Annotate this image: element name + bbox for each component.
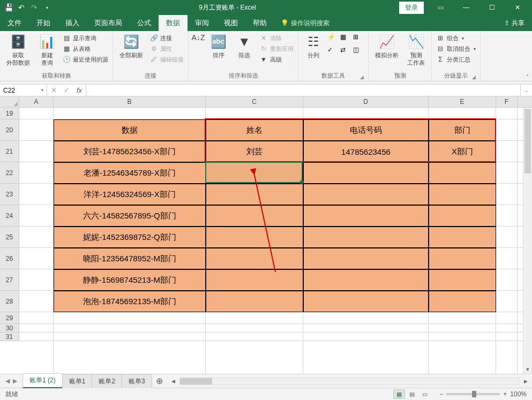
col-header-D[interactable]: D (303, 96, 429, 107)
table-cell[interactable] (206, 227, 303, 248)
table-header[interactable]: 电话号码 (303, 119, 429, 141)
table-cell[interactable] (429, 227, 496, 248)
sheet-tab-2[interactable]: 账单1 (62, 374, 93, 388)
table-cell[interactable] (429, 248, 496, 269)
page-layout-view-icon[interactable]: ▤ (406, 389, 418, 399)
col-header-B[interactable]: B (54, 96, 206, 107)
table-cell[interactable] (206, 184, 303, 205)
tab-help[interactable]: 帮助 (245, 15, 274, 31)
dialog-launcher-icon[interactable]: ◢ (472, 74, 476, 80)
fx-icon[interactable]: fx (73, 86, 86, 94)
table-cell[interactable]: 六六-14582567895-Q部门 (54, 205, 206, 227)
horizontal-scrollbar[interactable]: ◀ ▶ (167, 374, 532, 388)
col-header-F[interactable]: F (496, 96, 518, 107)
remove-dup-icon[interactable]: ▦ (340, 33, 351, 44)
table-cell[interactable] (303, 205, 429, 227)
nav-next-icon[interactable]: ▶ (13, 378, 17, 384)
grid[interactable]: ABCDEF 19202122232425262728293031 数据姓名电话… (0, 96, 532, 374)
tab-insert[interactable]: 插入 (58, 15, 87, 31)
table-cell[interactable] (206, 205, 303, 227)
row-header-29[interactable]: 29 (0, 312, 19, 324)
table-cell[interactable] (429, 162, 496, 184)
table-cell[interactable] (303, 162, 429, 184)
table-header[interactable]: 部门 (429, 119, 496, 141)
table-cell[interactable] (303, 227, 429, 248)
new-query-button[interactable]: 📊 新建 查询 (35, 32, 59, 68)
login-button[interactable]: 登录 (399, 2, 424, 14)
text-to-columns-button[interactable]: ☷ 分列 (302, 32, 325, 60)
maximize-icon[interactable]: ☐ (479, 0, 504, 15)
recent-sources-button[interactable]: 🕒最近使用的源 (61, 55, 109, 64)
sort-button[interactable]: 🔤 排序 (207, 32, 230, 60)
table-cell[interactable] (206, 291, 303, 312)
data-model-icon[interactable]: ◫ (353, 46, 364, 57)
row-header-24[interactable]: 24 (0, 205, 19, 227)
minimize-icon[interactable]: — (454, 0, 478, 15)
refresh-all-button[interactable]: 🔄 全部刷新 (116, 32, 146, 60)
sheet-nav[interactable]: ◀ ▶ (0, 374, 23, 388)
row-header-30[interactable]: 30 (0, 324, 19, 333)
tab-data[interactable]: 数据 (159, 15, 188, 31)
normal-view-icon[interactable]: ▦ (393, 389, 405, 399)
whatif-button[interactable]: 📈 模拟分析 (372, 32, 402, 60)
chevron-down-icon[interactable]: ▼ (40, 88, 44, 93)
cells[interactable]: 数据姓名电话号码部门刘芸-14785623456-X部门刘芸1478562345… (19, 108, 532, 374)
table-cell[interactable] (303, 269, 429, 291)
col-header-C[interactable]: C (206, 96, 303, 107)
tab-layout[interactable]: 页面布局 (87, 15, 130, 31)
scroll-left-icon[interactable]: ◀ (169, 379, 177, 384)
flash-fill-icon[interactable]: ⚡ (327, 33, 338, 44)
vertical-scrollbar[interactable]: ▲ ▼ (523, 108, 532, 374)
col-header-E[interactable]: E (429, 96, 496, 107)
col-header-A[interactable]: A (19, 96, 54, 107)
sheet-tab-1[interactable]: 账单1 (2) (23, 373, 63, 388)
row-header-21[interactable]: 21 (0, 141, 19, 162)
row-header-31[interactable]: 31 (0, 333, 19, 341)
table-cell[interactable] (429, 269, 496, 291)
share-button[interactable]: ⇪ 共享 (497, 15, 532, 31)
cancel-formula-icon[interactable]: ✕ (47, 86, 60, 94)
scroll-thumb[interactable] (524, 109, 531, 173)
scroll-right-icon[interactable]: ▶ (522, 379, 530, 384)
scroll-thumb[interactable] (180, 378, 212, 384)
tab-home[interactable]: 开始 (29, 15, 58, 31)
table-cell[interactable]: 洋洋-12456324569-X部门 (54, 184, 206, 205)
table-cell[interactable]: 老潘-12546345789-X部门 (54, 162, 206, 184)
table-cell[interactable] (429, 291, 496, 312)
forecast-sheet-button[interactable]: 📉 预测 工作表 (404, 32, 428, 68)
row-header-26[interactable]: 26 (0, 248, 19, 269)
table-cell[interactable]: 泡泡-18745692135-M部门 (54, 291, 206, 312)
table-cell[interactable]: 晓阳-12356478952-M部门 (54, 248, 206, 269)
group-button[interactable]: ⊞组合▾ (435, 33, 477, 43)
name-box[interactable]: C22 ▼ (0, 85, 47, 96)
sort-asc-button[interactable]: A↓Z (192, 32, 205, 44)
qat-customize-icon[interactable]: ▾ (43, 3, 51, 12)
row-header-25[interactable]: 25 (0, 227, 19, 248)
table-cell[interactable]: 刘芸-14785623456-X部门 (54, 141, 206, 162)
relationships-icon[interactable]: ⇄ (340, 46, 351, 57)
row-header-27[interactable]: 27 (0, 269, 19, 291)
table-cell[interactable]: 刘芸 (206, 141, 303, 162)
table-cell[interactable]: 妮妮-14523698752-Q部门 (54, 227, 206, 248)
zoom-in-button[interactable]: + (503, 390, 507, 398)
collapse-ribbon-icon[interactable]: ˄ (526, 74, 529, 80)
data-validation-icon[interactable]: ✓ (327, 46, 338, 57)
close-icon[interactable]: ✕ (505, 0, 530, 15)
row-header-20[interactable]: 20 (0, 119, 19, 141)
dialog-launcher-icon[interactable]: ◢ (360, 74, 364, 80)
scroll-down-icon[interactable]: ▼ (523, 365, 532, 374)
table-cell[interactable] (206, 248, 303, 269)
row-header-22[interactable]: 22 (0, 162, 19, 184)
undo-icon[interactable]: ↶ (17, 3, 26, 12)
select-all-corner[interactable] (0, 96, 19, 108)
sheet-tab-4[interactable]: 账单3 (122, 374, 152, 388)
table-cell[interactable] (429, 184, 496, 205)
expand-formula-bar-icon[interactable]: ⌄ (520, 85, 532, 96)
ribbon-options-icon[interactable]: ▭ (428, 0, 453, 15)
zoom-level[interactable]: 100% (510, 390, 527, 398)
table-cell[interactable] (429, 205, 496, 227)
tab-file[interactable]: 文件 (0, 15, 29, 31)
table-cell[interactable] (303, 248, 429, 269)
ungroup-button[interactable]: ⊟取消组合▾ (435, 44, 477, 54)
row-header-23[interactable]: 23 (0, 184, 19, 205)
